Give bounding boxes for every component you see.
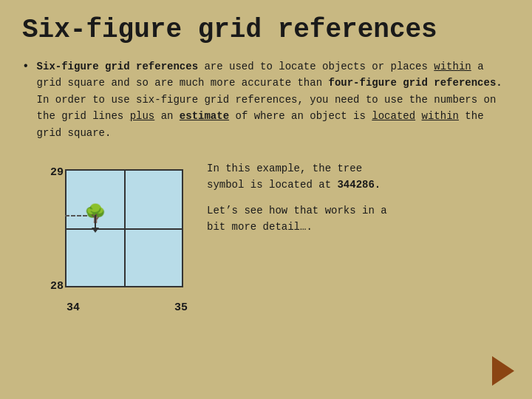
arrow-down <box>95 215 96 228</box>
page: Six-figure grid references • Six-figure … <box>0 0 532 399</box>
example-text-line4: bit more detail…. <box>207 221 313 233</box>
term-six-figure: Six-figure grid references <box>37 61 198 72</box>
bullet-point: • <box>22 60 30 73</box>
example-text-line1: In this example, the tree <box>207 163 362 174</box>
text-located: located <box>372 110 415 122</box>
dotted-line <box>65 215 87 216</box>
example-line-2: Let’s see how that works in a bit more d… <box>207 202 510 236</box>
text-plus: plus <box>130 110 155 122</box>
grid-label-row-28: 28 <box>50 280 64 293</box>
grid-label-row-29: 29 <box>50 166 64 179</box>
grid-horizontal-line <box>65 228 183 230</box>
description-box: In this example, the tree symbol is loca… <box>207 153 510 245</box>
grid-label-col-35: 35 <box>174 301 188 314</box>
text-within-2: within <box>422 110 459 122</box>
content-area: 29 🌳 28 34 35 In this example, the tree … <box>22 153 510 316</box>
text-part2: are used to locate objects or places <box>198 61 434 72</box>
body-text: Six-figure grid references are used to l… <box>37 58 510 141</box>
grid-label-col-34: 34 <box>66 301 80 314</box>
term-four-figure: four-figure grid references. <box>328 77 502 89</box>
example-line-1: In this example, the tree symbol is loca… <box>207 160 510 194</box>
grid-reference-value: 344286. <box>337 179 381 191</box>
text-estimate: estimate <box>180 110 229 122</box>
text-part8: an <box>154 110 180 122</box>
next-arrow[interactable] <box>492 356 514 386</box>
example-text-line3: Let’s see how that works in a <box>207 205 387 216</box>
grid-diagram: 29 🌳 28 34 35 <box>30 153 192 316</box>
text-part12 <box>415 110 421 122</box>
bullet-section: • Six-figure grid references are used to… <box>22 58 510 141</box>
example-text-line2: symbol is located at <box>207 179 337 191</box>
text-within-1: within <box>434 61 471 72</box>
page-title: Six-figure grid references <box>22 15 510 45</box>
text-part10: of where an object is <box>229 110 372 122</box>
